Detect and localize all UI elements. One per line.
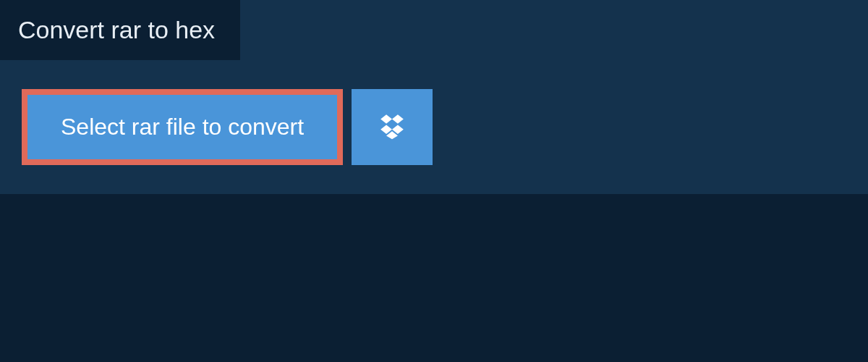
converter-panel: Convert rar to hex Select rar file to co… [0,0,868,194]
tab-title: Convert rar to hex [18,16,215,43]
select-file-label: Select rar file to convert [61,114,304,140]
dropbox-icon [378,112,406,143]
action-row: Select rar file to convert [22,89,868,165]
select-file-button[interactable]: Select rar file to convert [22,89,343,165]
tab-convert[interactable]: Convert rar to hex [0,0,240,60]
dropbox-button[interactable] [352,89,433,165]
